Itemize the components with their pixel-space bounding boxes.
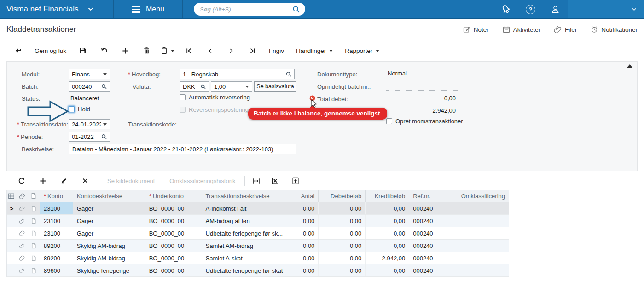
cell-transaktionsbeskrivelse[interactable]: Samlet A-skat: [202, 252, 284, 264]
row-attachment-cell[interactable]: [17, 252, 28, 264]
user-profile-button[interactable]: [543, 0, 568, 18]
filer-link[interactable]: Filer: [554, 26, 577, 33]
periode-lookup-field[interactable]: 01-2022: [69, 132, 110, 142]
cell-transaktionsbeskrivelse[interactable]: A-indkomst i alt: [202, 202, 284, 214]
column-header-debetbelob[interactable]: Debetbeløb: [319, 190, 366, 202]
import-upload-button[interactable]: [285, 174, 306, 188]
cell-refnr[interactable]: 000240: [409, 202, 453, 214]
transaktionsdato-field[interactable]: 24-01-2022: [69, 119, 110, 129]
rapporter-menu-button[interactable]: Rapporter: [339, 43, 385, 58]
cell-antal[interactable]: 0,00: [284, 215, 319, 227]
row-selector-cell[interactable]: >: [7, 215, 17, 227]
previous-record-button[interactable]: [199, 43, 220, 58]
cell-omklassificering[interactable]: [453, 240, 509, 252]
column-header-kontobeskrivelse[interactable]: Kontobeskrivelse: [73, 190, 145, 202]
search-input[interactable]: [199, 6, 292, 13]
cell-konto[interactable]: 23100: [40, 227, 73, 239]
automatisk-reversering-checkbox[interactable]: [180, 94, 186, 100]
cell-omklassificering[interactable]: [453, 264, 509, 276]
cell-underkonto[interactable]: BO_0000_00: [145, 215, 202, 227]
cell-transaktionsbeskrivelse[interactable]: Samlet AM-bidrag: [202, 240, 284, 252]
cell-kontobeskrivelse[interactable]: Gager: [73, 202, 145, 214]
frigiv-button[interactable]: Frigiv: [263, 43, 290, 58]
notes-column-header[interactable]: [28, 190, 40, 202]
opret-momstransaktioner-row[interactable]: Opret momstransaktioner: [386, 118, 463, 125]
handlinger-menu-button[interactable]: Handlinger: [290, 43, 339, 58]
column-header-omklassificering[interactable]: Omklassificering: [453, 190, 509, 202]
last-record-button[interactable]: [242, 43, 263, 58]
column-header-konto[interactable]: *Konto: [40, 190, 73, 202]
beskrivelse-input[interactable]: [69, 144, 296, 154]
cell-refnr[interactable]: 000240: [409, 227, 453, 239]
noter-link[interactable]: Noter: [463, 26, 489, 33]
opret-momstransaktioner-checkbox[interactable]: [386, 118, 392, 124]
batch-lookup-field[interactable]: 000240: [69, 81, 110, 92]
cell-debetbelob[interactable]: 0,00: [319, 264, 366, 276]
row-selector-cell[interactable]: >: [7, 252, 17, 264]
row-selector-cell[interactable]: >: [7, 264, 17, 276]
first-record-button[interactable]: [178, 43, 199, 58]
cell-kreditbelob[interactable]: 0,00: [366, 202, 409, 214]
cell-underkonto[interactable]: BO_0000_00: [145, 264, 202, 276]
save-and-close-button[interactable]: Gem og luk: [29, 43, 72, 58]
row-note-cell[interactable]: [28, 227, 40, 239]
export-to-excel-button[interactable]: [265, 174, 285, 188]
row-note-cell[interactable]: [28, 215, 40, 227]
hold-checkbox[interactable]: [69, 106, 75, 112]
cell-antal[interactable]: 0,00: [284, 240, 319, 252]
valuta-code-field[interactable]: DKK: [180, 81, 209, 92]
row-selector-cell[interactable]: >: [7, 240, 17, 252]
row-attachment-cell[interactable]: [17, 202, 28, 214]
row-note-cell[interactable]: [28, 264, 40, 276]
search-icon[interactable]: [292, 6, 300, 13]
row-attachment-cell[interactable]: [17, 264, 28, 276]
back-button[interactable]: [7, 43, 29, 58]
cell-transaktionsbeskrivelse[interactable]: Udbetalte feriepenge før skat: [202, 264, 284, 276]
modul-select[interactable]: Finans: [69, 69, 110, 79]
clipboard-paste-button[interactable]: [157, 43, 178, 58]
undo-button[interactable]: [93, 43, 115, 58]
add-row-button[interactable]: [115, 43, 136, 58]
lookup-magnifier-icon[interactable]: [101, 134, 107, 139]
cell-refnr[interactable]: 000240: [409, 264, 453, 276]
cell-antal[interactable]: 0,00: [284, 227, 319, 239]
cell-transaktionsbeskrivelse[interactable]: AM-bidrag af løn: [202, 215, 284, 227]
cell-transaktionsbeskrivelse[interactable]: Udbetalte feriepenge før sk...: [202, 227, 284, 239]
fit-columns-button[interactable]: [247, 174, 265, 188]
cell-antal[interactable]: 0,00: [284, 202, 319, 214]
cell-kreditbelob[interactable]: 0,00: [366, 227, 409, 239]
row-note-cell[interactable]: [28, 202, 40, 214]
valuta-kurs-select[interactable]: 1,00: [211, 81, 252, 92]
row-selector-cell[interactable]: >: [7, 202, 17, 214]
hold-checkbox-row[interactable]: Hold: [69, 106, 90, 113]
cell-antal[interactable]: 0,00: [284, 252, 319, 264]
grid-add-row-button[interactable]: [32, 174, 53, 188]
column-header-kreditbelob[interactable]: Kreditbeløb: [366, 190, 409, 202]
global-search[interactable]: [194, 3, 305, 16]
grid-edit-row-button[interactable]: [53, 174, 75, 188]
cell-debetbelob[interactable]: 0,00: [319, 240, 366, 252]
lookup-magnifier-icon[interactable]: [201, 84, 206, 89]
refresh-button[interactable]: [11, 174, 32, 188]
cell-kreditbelob[interactable]: 0,00: [366, 264, 409, 276]
cell-omklassificering[interactable]: [453, 215, 509, 227]
cell-debetbelob[interactable]: 0,00: [319, 202, 366, 214]
cell-refnr[interactable]: 000240: [409, 215, 453, 227]
cell-underkonto[interactable]: BO_0000_00: [145, 240, 202, 252]
cell-kontobeskrivelse[interactable]: Gager: [73, 215, 145, 227]
lookup-magnifier-icon[interactable]: [101, 84, 107, 89]
column-header-underkonto[interactable]: *Underkonto: [145, 190, 202, 202]
cell-omklassificering[interactable]: [453, 227, 509, 239]
lookup-magnifier-icon[interactable]: [286, 71, 291, 77]
row-attachment-cell[interactable]: [17, 240, 28, 252]
attachments-column-header[interactable]: [17, 190, 28, 202]
cell-konto[interactable]: 89200: [40, 252, 73, 264]
row-selector-cell[interactable]: >: [7, 227, 17, 239]
row-attachment-cell[interactable]: [17, 227, 28, 239]
cell-debetbelob[interactable]: 0,00: [319, 227, 366, 239]
notifikationer-link[interactable]: Notifikationer: [591, 26, 638, 33]
cell-kontobeskrivelse[interactable]: Skyldige feriepenge: [73, 264, 145, 276]
row-note-cell[interactable]: [28, 252, 40, 264]
cell-kontobeskrivelse[interactable]: Skyldig AM-bidrag: [73, 252, 145, 264]
cell-kreditbelob[interactable]: 0,00: [366, 240, 409, 252]
